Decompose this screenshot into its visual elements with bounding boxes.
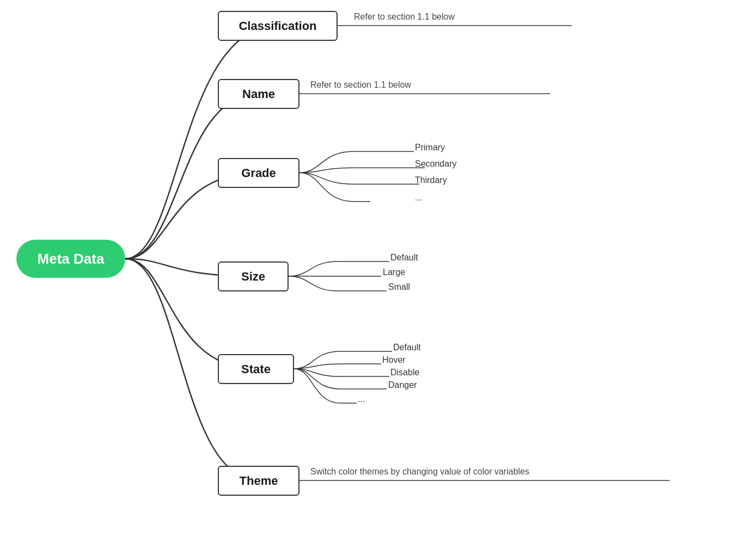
size-label: Size <box>241 270 265 284</box>
size-branch-small: Small <box>388 282 410 292</box>
theme-node: Theme <box>218 466 299 496</box>
size-node: Size <box>218 261 289 291</box>
state-branch-default: Default <box>393 343 421 352</box>
size-branch-large: Large <box>383 267 405 277</box>
root-node: Meta Data <box>16 240 125 278</box>
grade-label: Grade <box>241 166 276 180</box>
size-branch-default: Default <box>390 253 418 263</box>
state-node: State <box>218 354 294 384</box>
name-label: Name <box>242 87 275 101</box>
classification-label: Classification <box>239 19 316 33</box>
grade-branch-secondary: Secondary <box>415 159 457 169</box>
grade-node: Grade <box>218 158 299 188</box>
state-branch-hover: Hover <box>382 355 406 365</box>
state-label: State <box>241 362 271 376</box>
theme-annotation: Switch color themes by changing value of… <box>310 467 529 477</box>
grade-branch-more: ... <box>415 193 422 203</box>
root-label: Meta Data <box>38 251 105 267</box>
name-node: Name <box>218 79 299 109</box>
state-branch-disable: Disable <box>390 368 419 378</box>
theme-label: Theme <box>240 474 278 488</box>
name-annotation: Refer to section 1.1 below <box>310 80 411 90</box>
state-branch-danger: Danger <box>388 380 417 390</box>
grade-branch-primary: Primary <box>415 143 445 153</box>
grade-branch-thirdary: Thirdary <box>415 175 447 185</box>
state-branch-more: ... <box>358 394 365 404</box>
classification-node: Classification <box>218 11 338 41</box>
classification-annotation: Refer to section 1.1 below <box>354 12 455 22</box>
